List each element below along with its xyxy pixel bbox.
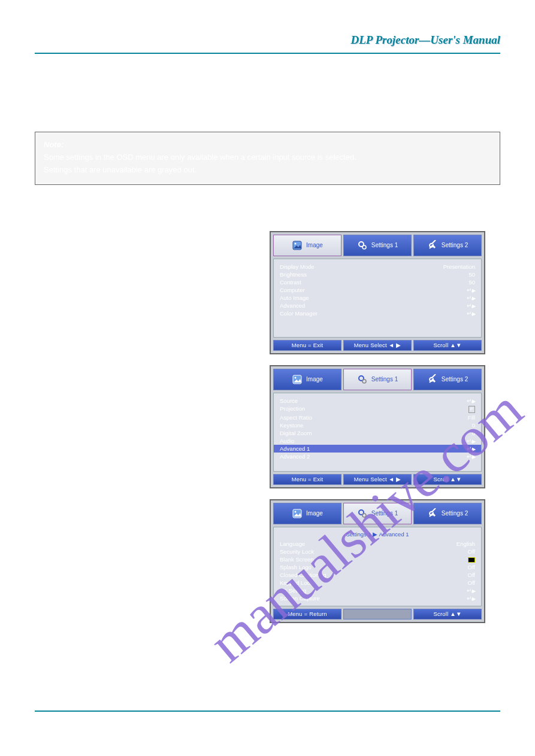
steps-column: 1. To enter the OSD, press the MENU butt… [35, 231, 256, 634]
osd-row[interactable]: Keypad LockOff [280, 579, 475, 587]
step-text: Press ◄► to change values for settings. [55, 422, 196, 434]
osd-row[interactable]: Computer↵/▶ [280, 286, 475, 294]
osd-row-value: Off [468, 572, 476, 578]
osd-row-label: Display Mode [280, 263, 315, 270]
osd-row[interactable]: Brightness50 [280, 271, 475, 278]
osd-row-value: ↵/▶ [467, 453, 475, 460]
tab-label: Settings 2 [442, 376, 468, 382]
footer-scroll[interactable]: Scroll ▲▼ [413, 609, 482, 620]
osd-body: Settings 1 ▶ Advanced 1 LanguageEnglishS… [273, 527, 482, 606]
osd-row-label: Contrast [280, 279, 301, 286]
step-number: 6. [35, 484, 47, 497]
osd-row-label: Keystone [280, 422, 304, 429]
osd-row-label: Language [280, 541, 305, 547]
note-box: Note: Some settings in the OSD menu are … [35, 132, 500, 185]
osd-row-label: Closed Captioning [280, 572, 327, 578]
osd-row-value: P [468, 405, 475, 413]
footer-menu-return[interactable]: Menu = Return [273, 609, 341, 620]
osd-row[interactable]: 3D Setting↵/▶ [280, 587, 475, 594]
footer-menu-exit[interactable]: Menu = Exit [273, 474, 341, 485]
tab-settings2[interactable]: Settings 2 [413, 369, 482, 390]
osd-panel-image: Image Settings 1 Settings 2 [270, 231, 485, 354]
osd-row-label: Advanced 1 [280, 445, 310, 452]
osd-row[interactable]: Keystone0 [280, 421, 475, 429]
footer-menu-exit[interactable]: Menu = Exit [273, 340, 341, 351]
osd-row-label: Projection [280, 405, 305, 413]
tab-settings1[interactable]: Settings 1 [343, 235, 412, 256]
tab-image[interactable]: Image [273, 503, 341, 524]
page-footer-rule: — 21 — [35, 711, 500, 728]
osd-row[interactable]: Blank Screen [280, 555, 475, 563]
osd-body: Display ModePresentationBrightness50Cont… [273, 259, 482, 338]
osd-row[interactable]: Advanced 2↵/▶ [280, 453, 475, 460]
osd-row-value: ↵/▶ [467, 397, 475, 404]
osd-row-value: 50 [468, 279, 475, 286]
svg-point-1 [295, 242, 297, 244]
osd-row-label: Auto Image [280, 294, 309, 301]
tab-label: Settings 1 [371, 376, 398, 382]
osd-row-label: Keypad Lock [280, 579, 313, 586]
footer-scroll[interactable]: Scroll ▲▼ [413, 340, 482, 351]
osd-row-value: 0 [472, 422, 475, 429]
osd-row[interactable]: Audio↵/▶ [280, 437, 475, 445]
step-text: Press the cursor ▲▼ button to move up an… [55, 377, 256, 400]
osd-row[interactable]: Closed CaptioningOff [280, 571, 475, 579]
osd-row-label: Blank Screen [280, 556, 314, 563]
footer-menu-select[interactable]: Menu Select ◄ ▶ [343, 474, 412, 485]
step-text: Press ↵ (Enter) to enter Advanced1 menu. [55, 484, 207, 497]
osd-row[interactable]: Splash LogoOff [280, 563, 475, 571]
osd-row-label: Computer [280, 287, 305, 293]
osd-row[interactable]: Color Manager↵/▶ [280, 309, 475, 317]
osd-row-value: ↵/▶ [467, 445, 475, 452]
osd-row-label: 3D Setting [280, 587, 306, 594]
osd-row-label: Brightness [280, 271, 307, 278]
osd-row-label: Digital Zoom [280, 430, 312, 436]
osd-row[interactable]: Contrast50 [280, 278, 475, 286]
wrench-icon [427, 240, 438, 251]
step-number: 2. [35, 332, 47, 356]
osd-row[interactable]: Advanced↵/▶ [280, 302, 475, 309]
osd-row-value: 50 [468, 271, 475, 278]
tab-settings1[interactable]: Settings 1 [343, 503, 412, 524]
step-number: 4. [35, 422, 47, 434]
note-line: Some settings in the OSD menu are only a… [44, 152, 491, 163]
osd-row[interactable]: LanguageEnglish [280, 540, 475, 548]
osd-row-label: Color Manager [280, 310, 318, 317]
osd-row-value: 0 [472, 430, 475, 436]
osd-panel-advanced1: Image Settings 1 Settings 2 [270, 499, 485, 623]
osd-row-value: Off [468, 548, 476, 555]
tab-image[interactable]: Image [273, 369, 341, 390]
osd-row-label: Advanced [280, 302, 305, 309]
osd-row[interactable]: Screen Capture↵/▶ [280, 594, 475, 602]
osd-row[interactable]: Security LockOff [280, 548, 475, 555]
osd-row[interactable]: Digital Zoom0 [280, 429, 475, 437]
note-line: Settings that are unavailable are grayed… [44, 165, 491, 176]
osd-row[interactable]: Aspect RatioFill [280, 414, 475, 421]
osd-row[interactable]: Auto Image↵/▶ [280, 294, 475, 302]
tab-label: Settings 1 [371, 510, 398, 517]
osd-row-value: ↵/▶ [467, 310, 475, 317]
svg-point-3 [362, 245, 366, 249]
gear-icon [357, 240, 368, 251]
osd-body: Source↵/▶ProjectionPAspect RatioFillKeys… [273, 393, 482, 472]
tab-image[interactable]: Image [273, 235, 341, 256]
tab-label: Image [306, 376, 323, 382]
tab-settings2[interactable]: Settings 2 [413, 235, 482, 256]
osd-row[interactable]: Advanced 1↵/▶ [274, 445, 481, 453]
image-icon [292, 240, 303, 251]
osd-row[interactable]: Source↵/▶ [280, 397, 475, 405]
footer-menu-select[interactable]: Menu Select ◄ ▶ [343, 340, 412, 351]
osd-row-value: ↵/▶ [467, 587, 475, 594]
osd-row-value: ↵/▶ [467, 287, 475, 293]
wrench-icon [427, 374, 438, 385]
image-icon [292, 508, 303, 519]
tab-settings1[interactable]: Settings 1 [343, 369, 412, 390]
tab-label: Image [306, 242, 323, 248]
osd-row[interactable]: Display ModePresentation [280, 263, 475, 271]
page-header: DLP Projector—User's Manual [35, 34, 500, 54]
gear-icon [357, 508, 368, 519]
header-title: DLP Projector—User's Manual [351, 34, 500, 46]
osd-row[interactable]: ProjectionP [280, 405, 475, 414]
tab-settings2[interactable]: Settings 2 [413, 503, 482, 524]
footer-scroll[interactable]: Scroll ▲▼ [413, 474, 482, 485]
